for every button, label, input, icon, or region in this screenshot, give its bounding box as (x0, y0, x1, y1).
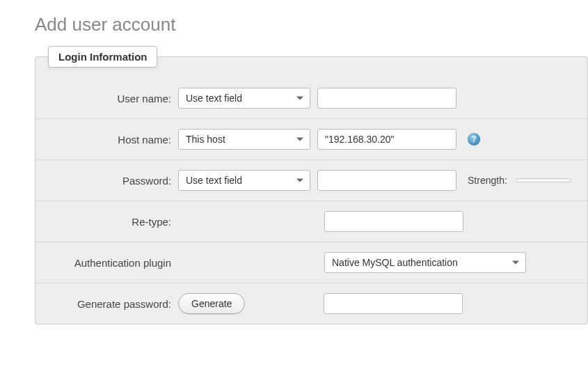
row-password: Password: Use text field Strength: (35, 160, 587, 201)
strength-label: Strength: (468, 175, 507, 186)
password-mode-select[interactable]: Use text field (178, 170, 310, 191)
username-mode-select-wrap: Use text field (178, 88, 310, 109)
label-generate-password: Generate password: (49, 298, 171, 310)
username-input[interactable] (317, 88, 456, 109)
hostname-input[interactable] (317, 129, 456, 150)
password-mode-select-wrap: Use text field (178, 170, 310, 191)
label-retype: Re-type: (49, 216, 171, 228)
row-retype: Re-type: (35, 201, 587, 242)
page-title: Add user account (35, 14, 588, 36)
label-username: User name: (49, 93, 171, 104)
row-generate-password: Generate password: Generate (35, 283, 587, 324)
auth-plugin-select[interactable]: Native MySQL authentication (324, 252, 526, 273)
generated-password-input[interactable] (324, 293, 463, 314)
label-password: Password: (49, 175, 171, 187)
help-icon[interactable] (468, 133, 480, 146)
label-auth-plugin: Authentication plugin (49, 257, 171, 269)
row-hostname: Host name: This host (35, 119, 587, 160)
generate-button[interactable]: Generate (178, 293, 245, 314)
login-information-fieldset: Login Information User name: Use text fi… (35, 56, 588, 325)
strength-meter (516, 178, 571, 182)
row-auth-plugin: Authentication plugin Native MySQL authe… (35, 242, 587, 283)
password-input[interactable] (317, 170, 456, 191)
username-mode-select[interactable]: Use text field (178, 88, 310, 109)
label-hostname: Host name: (49, 134, 171, 146)
fieldset-legend: Login Information (48, 46, 157, 68)
auth-plugin-select-wrap: Native MySQL authentication (324, 252, 526, 273)
row-username: User name: Use text field (35, 78, 587, 119)
hostname-mode-select[interactable]: This host (178, 129, 310, 150)
hostname-mode-select-wrap: This host (178, 129, 310, 150)
retype-input[interactable] (324, 211, 463, 232)
